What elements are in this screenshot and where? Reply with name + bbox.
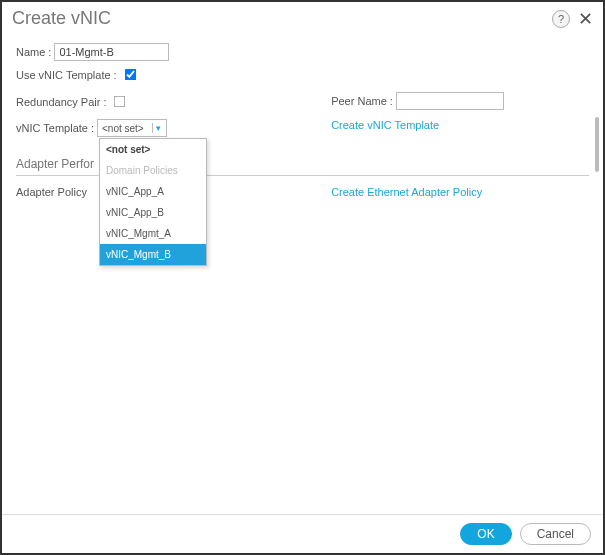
dropdown-option-not-set[interactable]: <not set> bbox=[100, 139, 206, 160]
adapter-policy-label: Adapter Policy bbox=[16, 186, 87, 198]
close-icon[interactable]: ✕ bbox=[578, 10, 593, 28]
help-icon[interactable]: ? bbox=[552, 10, 570, 28]
dropdown-option-vnic-mgmt-b[interactable]: vNIC_Mgmt_B bbox=[100, 244, 206, 265]
use-template-row: Use vNIC Template : bbox=[16, 65, 589, 84]
use-template-label: Use vNIC Template bbox=[16, 69, 111, 81]
dialog-body: Name : Use vNIC Template : Redundancy Pa… bbox=[2, 39, 603, 514]
cancel-button[interactable]: Cancel bbox=[520, 523, 591, 545]
dropdown-option-vnic-mgmt-a[interactable]: vNIC_Mgmt_A bbox=[100, 223, 206, 244]
vnic-template-dropdown: <not set> Domain Policies vNIC_App_A vNI… bbox=[99, 138, 207, 266]
dialog-title: Create vNIC bbox=[12, 8, 552, 29]
use-template-checkbox[interactable] bbox=[124, 69, 136, 81]
vnic-template-select[interactable]: <not set> ▾ bbox=[97, 119, 167, 137]
name-row: Name : bbox=[16, 43, 589, 61]
dialog-header: Create vNIC ? ✕ bbox=[2, 2, 603, 39]
dropdown-option-vnic-app-b[interactable]: vNIC_App_B bbox=[100, 202, 206, 223]
dropdown-group-domain-policies: Domain Policies bbox=[100, 160, 206, 181]
name-label: Name bbox=[16, 46, 45, 58]
dialog-footer: OK Cancel bbox=[2, 514, 603, 553]
redundancy-row: Redundancy Pair : bbox=[16, 92, 331, 111]
redundancy-checkbox[interactable] bbox=[114, 96, 126, 108]
chevron-down-icon: ▾ bbox=[152, 123, 164, 133]
create-vnic-dialog: Create vNIC ? ✕ Name : Use vNIC Template… bbox=[0, 0, 605, 555]
vnic-template-row: vNIC Template : <not set> ▾ bbox=[16, 119, 331, 137]
vnic-template-label: vNIC Template bbox=[16, 122, 88, 134]
dropdown-option-vnic-app-a[interactable]: vNIC_App_A bbox=[100, 181, 206, 202]
peer-name-input[interactable] bbox=[396, 92, 504, 110]
create-vnic-template-link[interactable]: Create vNIC Template bbox=[331, 119, 439, 131]
ok-button[interactable]: OK bbox=[460, 523, 511, 545]
scrollbar-thumb[interactable] bbox=[595, 117, 599, 172]
peer-label: Peer Name bbox=[331, 95, 387, 107]
name-input[interactable] bbox=[54, 43, 169, 61]
create-adapter-policy-link[interactable]: Create Ethernet Adapter Policy bbox=[331, 186, 482, 198]
redundancy-label: Redundancy Pair bbox=[16, 96, 100, 108]
peer-row: Peer Name : bbox=[331, 92, 589, 110]
vnic-template-selected-text: <not set> bbox=[102, 123, 152, 134]
